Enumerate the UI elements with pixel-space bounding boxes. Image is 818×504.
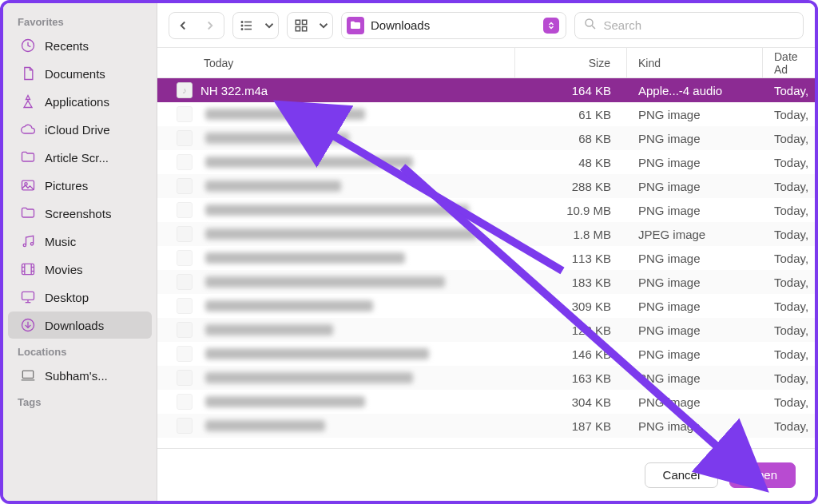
sidebar-item-downloads[interactable]: Downloads <box>8 312 152 339</box>
svg-rect-12 <box>22 292 34 300</box>
file-kind: PNG image <box>627 419 763 433</box>
file-row[interactable]: 123 KB PNG image Today, <box>157 318 815 342</box>
file-row[interactable]: 163 KB PNG image Today, <box>157 366 815 390</box>
list-view-icon <box>233 13 260 38</box>
search-input[interactable] <box>604 18 796 32</box>
svg-point-24 <box>241 28 243 30</box>
download-icon <box>19 316 37 334</box>
file-size: 187 KB <box>515 419 627 433</box>
file-icon <box>177 178 193 194</box>
sidebar-item-movies[interactable]: Movies <box>8 256 152 283</box>
file-icon <box>177 322 193 338</box>
file-kind: PNG image <box>627 323 763 337</box>
file-row[interactable]: 187 KB PNG image Today, <box>157 414 815 438</box>
column-kind[interactable]: Kind <box>627 48 763 77</box>
file-name-redacted <box>205 396 365 407</box>
file-row[interactable]: 10.9 MB PNG image Today, <box>157 198 815 222</box>
file-kind: PNG image <box>627 347 763 361</box>
image-icon <box>19 177 37 194</box>
file-size: 163 KB <box>515 371 627 385</box>
sidebar-item-documents[interactable]: Documents <box>8 60 152 87</box>
file-size: 146 KB <box>515 347 627 361</box>
apps-icon <box>19 93 37 110</box>
sidebar-item-desktop[interactable]: Desktop <box>8 284 152 311</box>
file-kind: PNG image <box>627 300 763 313</box>
column-date[interactable]: Date Ad <box>763 48 815 77</box>
file-row[interactable]: 68 KB PNG image Today, <box>157 126 815 150</box>
file-kind: PNG image <box>627 204 763 217</box>
file-row[interactable]: 304 KB PNG image Today, <box>157 390 815 414</box>
grouping-dropdown[interactable] <box>287 12 333 39</box>
file-date: Today, <box>763 395 815 409</box>
sidebar-item-screenshots[interactable]: Screenshots <box>8 200 152 227</box>
sidebar-item-label: Pictures <box>45 179 88 192</box>
file-name-redacted <box>205 420 325 431</box>
file-row[interactable]: 309 KB PNG image Today, <box>157 294 815 318</box>
column-size[interactable]: Size <box>515 48 627 77</box>
file-size: 113 KB <box>515 252 627 265</box>
file-name-redacted <box>205 372 413 383</box>
file-icon <box>177 130 193 146</box>
sidebar-item-applications[interactable]: Applications <box>8 88 152 115</box>
file-row[interactable]: 61 KB PNG image Today, <box>157 102 815 126</box>
sidebar-item-label: Subham's... <box>45 369 108 383</box>
forward-button[interactable] <box>197 13 224 38</box>
sidebar-favorites-label: Favorites <box>3 10 157 31</box>
file-kind: Apple...-4 audio <box>627 84 763 97</box>
sidebar-item-recents[interactable]: Recents <box>8 32 152 59</box>
film-icon <box>19 260 37 278</box>
file-row[interactable]: 146 KB PNG image Today, <box>157 342 815 366</box>
sidebar-item-pictures[interactable]: Pictures <box>8 172 152 199</box>
svg-rect-26 <box>303 20 307 24</box>
view-list-dropdown[interactable] <box>232 12 279 39</box>
open-button[interactable]: Open <box>729 462 796 488</box>
column-name[interactable]: Today <box>157 48 515 77</box>
file-kind: PNG image <box>627 252 763 265</box>
file-size: 10.9 MB <box>515 204 627 217</box>
updown-icon <box>543 18 559 34</box>
audio-file-icon: ♪ <box>177 82 193 98</box>
file-size: 123 KB <box>515 323 627 337</box>
file-size: 61 KB <box>515 108 627 121</box>
file-row[interactable]: 1.8 MB JPEG image Today, <box>157 222 815 246</box>
back-button[interactable] <box>169 13 197 38</box>
sidebar-item-article-scr-[interactable]: Article Scr... <box>8 144 152 171</box>
file-list[interactable]: ♪NH 322.m4a 164 KB Apple...-4 audio Toda… <box>157 78 815 448</box>
search-field[interactable] <box>574 12 804 39</box>
file-row[interactable]: 288 KB PNG image Today, <box>157 174 815 198</box>
file-size: 309 KB <box>515 300 627 313</box>
desktop-icon <box>19 288 37 306</box>
file-open-dialog: Favorites Recents Documents Applications… <box>0 0 818 504</box>
sidebar-item-music[interactable]: Music <box>8 228 152 255</box>
music-icon <box>19 232 37 250</box>
file-row[interactable]: ♪NH 322.m4a 164 KB Apple...-4 audio Toda… <box>157 78 815 102</box>
file-icon <box>177 250 193 266</box>
file-row[interactable]: 113 KB PNG image Today, <box>157 246 815 270</box>
file-row[interactable]: 48 KB PNG image Today, <box>157 150 815 174</box>
file-icon <box>177 346 193 362</box>
sidebar-location-item[interactable]: Subham's... <box>8 362 152 389</box>
file-date: Today, <box>763 419 815 433</box>
file-size: 164 KB <box>515 84 627 97</box>
file-icon <box>177 298 193 314</box>
svg-rect-28 <box>303 26 307 30</box>
cancel-button[interactable]: Cancel <box>645 462 719 488</box>
file-name: NH 322.m4a <box>201 84 268 97</box>
doc-icon <box>19 65 37 82</box>
file-name-redacted <box>205 228 477 240</box>
toolbar: Downloads <box>157 3 815 48</box>
svg-rect-17 <box>22 371 33 378</box>
sidebar-item-label: Applications <box>45 95 109 109</box>
file-date: Today, <box>763 108 815 121</box>
location-dropdown[interactable]: Downloads <box>341 12 566 39</box>
file-kind: JPEG image <box>627 228 763 241</box>
file-date: Today, <box>763 347 815 361</box>
file-row[interactable]: 183 KB PNG image Today, <box>157 270 815 294</box>
sidebar-item-label: iCloud Drive <box>45 123 110 137</box>
nav-buttons <box>169 12 224 39</box>
sidebar-item-label: Desktop <box>45 291 89 304</box>
file-icon <box>177 394 193 410</box>
sidebar-item-icloud-drive[interactable]: iCloud Drive <box>8 116 152 143</box>
file-name-redacted <box>205 204 469 216</box>
file-icon <box>177 370 193 386</box>
